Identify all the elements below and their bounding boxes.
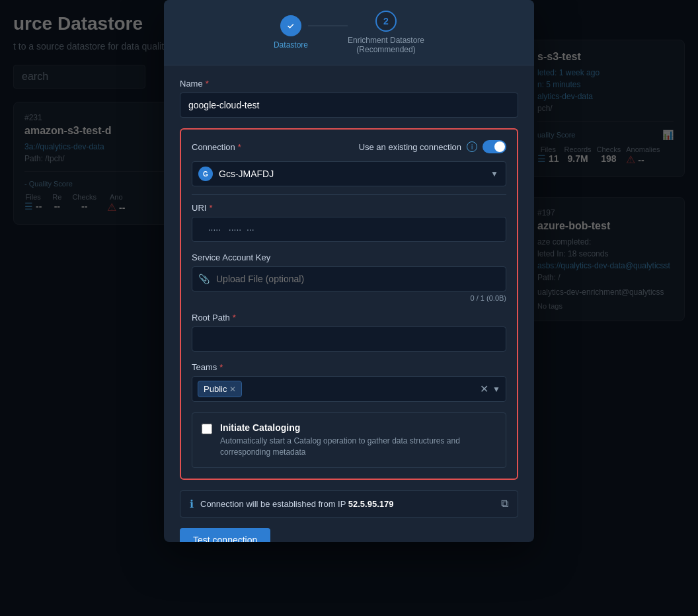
root-path-input[interactable]	[192, 327, 506, 352]
tag-remove-button[interactable]: ✕	[229, 385, 236, 394]
uri-label: URI *	[192, 203, 506, 213]
initiate-cataloging-checkbox[interactable]	[202, 424, 212, 434]
service-account-group: Service Account Key 📎 0 / 1 (0.0B)	[192, 252, 506, 302]
teams-input[interactable]: Public ✕ ✕ ▼	[192, 376, 506, 402]
step-enrichment: 2 Enrichment Datastore(Recommended)	[348, 11, 424, 54]
use-existing-label: Use an existing connection	[359, 142, 461, 152]
teams-group: Teams * Public ✕ ✕ ▼	[192, 362, 506, 402]
catalog-desc: Automatically start a Catalog operation …	[220, 436, 496, 458]
step-label-2: Enrichment Datastore(Recommended)	[348, 36, 424, 54]
paperclip-icon: 📎	[198, 274, 210, 284]
step-circle-1	[280, 15, 301, 36]
connection-select[interactable]: Gcs-JMAFDJ	[192, 161, 506, 186]
root-path-group: Root Path *	[192, 313, 506, 352]
name-field-group: Name *	[180, 79, 518, 118]
connection-box: Connection * Use an existing connection …	[180, 128, 518, 480]
ip-notice-text: Connection will be established from IP 5…	[200, 499, 494, 509]
step-circle-2: 2	[375, 11, 397, 32]
connection-label: Connection *	[192, 142, 241, 152]
test-connection-button[interactable]: Test connection	[180, 528, 270, 542]
ip-notice: ℹ Connection will be established from IP…	[180, 490, 518, 518]
catalog-title: Initiate Cataloging	[220, 422, 496, 433]
service-account-input[interactable]	[192, 266, 506, 291]
copy-ip-button[interactable]: ⧉	[501, 498, 508, 510]
name-label: Name *	[180, 79, 518, 89]
use-existing-toggle[interactable]	[483, 140, 506, 153]
tag-label: Public	[204, 384, 227, 394]
modal-dialog: Datastore 2 Enrichment Datastore(Recomme…	[164, 0, 534, 542]
teams-dropdown-arrow[interactable]: ▼	[492, 385, 500, 394]
name-input[interactable]	[180, 93, 518, 118]
root-path-label: Root Path *	[192, 313, 506, 323]
initiate-cataloging-section: Initiate Cataloging Automatically start …	[192, 412, 506, 468]
steps-header: Datastore 2 Enrichment Datastore(Recomme…	[164, 0, 534, 65]
info-icon: i	[467, 141, 477, 152]
teams-controls: ✕ ▼	[480, 383, 500, 395]
ip-info-icon: ℹ	[190, 498, 194, 510]
catalog-text: Initiate Cataloging Automatically start …	[220, 422, 496, 458]
connection-select-wrapper: G Gcs-JMAFDJ ▼	[192, 161, 506, 186]
teams-label: Teams *	[192, 362, 506, 372]
public-tag: Public ✕	[198, 381, 242, 397]
teams-clear-button[interactable]: ✕	[480, 383, 488, 395]
name-required: *	[206, 79, 209, 89]
use-existing-toggle-group: Use an existing connection i	[359, 140, 506, 153]
step-label-1: Datastore	[274, 40, 308, 50]
service-account-label: Service Account Key	[192, 252, 506, 262]
uri-field-group: URI *	[192, 203, 506, 242]
step-connector	[308, 25, 348, 26]
file-size-label: 0 / 1 (0.0B)	[192, 294, 506, 302]
divider-1	[192, 194, 506, 195]
ip-address: 52.5.95.179	[348, 499, 394, 509]
gcs-icon: G	[198, 167, 213, 181]
step-datastore: Datastore	[274, 15, 308, 50]
svg-point-0	[286, 21, 295, 30]
uri-input[interactable]	[192, 217, 506, 242]
